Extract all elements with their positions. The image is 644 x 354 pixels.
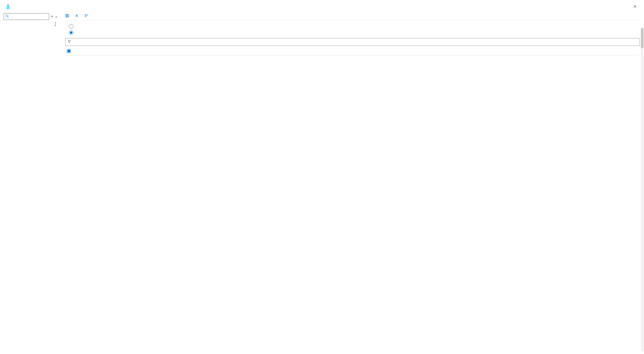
scroll-up-arrow-icon[interactable]: ▲ xyxy=(4,21,57,24)
feedback-button[interactable] xyxy=(84,14,90,18)
lab-bag-icon xyxy=(5,4,11,10)
main-scrollbar-thumb[interactable] xyxy=(641,28,643,48)
sidebar-search-input[interactable] xyxy=(10,15,47,19)
radio-selected-images[interactable] xyxy=(69,30,76,35)
sidebar: ✕ « ▲ ▼ xyxy=(0,12,60,354)
svg-point-0 xyxy=(6,15,8,17)
filter-icon xyxy=(68,40,71,44)
save-icon xyxy=(65,14,69,18)
page-header: ✕ xyxy=(0,0,644,12)
radio-all-images[interactable] xyxy=(69,24,76,29)
collapse-sidebar-icon[interactable]: « xyxy=(55,14,58,19)
search-icon xyxy=(5,15,9,19)
grid-body[interactable] xyxy=(65,55,640,354)
save-button[interactable] xyxy=(65,14,71,18)
select-all-checkbox[interactable] xyxy=(67,49,71,53)
filter-box[interactable] xyxy=(65,38,640,46)
main-scrollbar-track[interactable] xyxy=(641,28,643,351)
sidebar-search[interactable] xyxy=(4,13,49,20)
main-content xyxy=(60,12,644,354)
toolbar xyxy=(65,12,640,20)
feedback-icon xyxy=(84,14,88,18)
discard-icon xyxy=(75,14,79,18)
filter-input[interactable] xyxy=(73,40,638,44)
svg-point-1 xyxy=(85,14,86,16)
scroll-down-arrow-icon[interactable]: ▼ xyxy=(4,24,57,27)
close-button[interactable]: ✕ xyxy=(631,3,639,10)
discard-button[interactable] xyxy=(75,14,80,18)
grid-header xyxy=(65,47,640,55)
clear-search-icon[interactable]: ✕ xyxy=(51,15,53,18)
